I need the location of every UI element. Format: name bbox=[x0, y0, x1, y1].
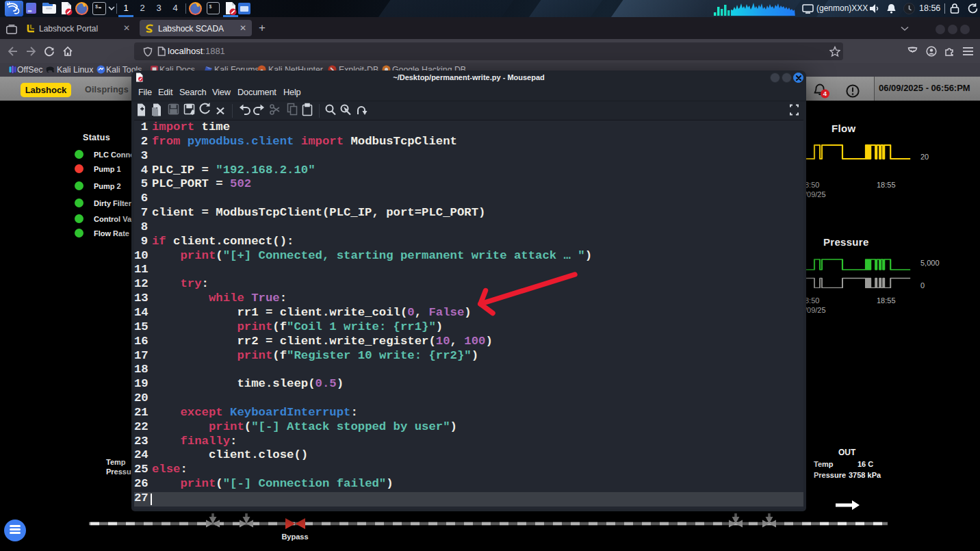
svg-text:Bypass: Bypass bbox=[281, 533, 308, 541]
svg-text:4: 4 bbox=[823, 90, 827, 97]
svg-text:$: $ bbox=[95, 4, 98, 10]
svg-text:$: $ bbox=[209, 5, 212, 10]
